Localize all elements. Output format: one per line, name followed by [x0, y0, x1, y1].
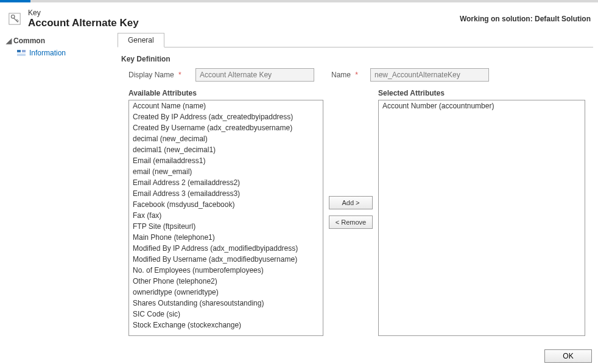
list-item[interactable]: Account Name (name) — [129, 100, 323, 111]
list-item[interactable]: Email Address 3 (emailaddress3) — [129, 188, 323, 199]
list-item[interactable]: Modified By Username (adx_modifiedbyuser… — [129, 254, 323, 265]
working-solution-label: Working on solution: Default Solution — [460, 15, 591, 23]
sidebar: ◢ Common Information — [0, 32, 113, 364]
list-item[interactable]: Stock Exchange (stockexchange) — [129, 320, 323, 331]
required-asterisk-icon: * — [355, 71, 358, 79]
list-item[interactable]: Shares Outstanding (sharesoutstanding) — [129, 298, 323, 309]
selected-attributes-list[interactable]: Account Number (accountnumber) — [378, 100, 585, 336]
available-attributes-title: Available Attributes — [128, 89, 323, 97]
display-name-label-text: Display Name — [128, 71, 174, 79]
required-asterisk-icon: * — [178, 71, 181, 79]
tab-label: General — [128, 36, 154, 44]
list-item[interactable]: Created By Username (adx_createdbyuserna… — [129, 122, 323, 133]
list-item[interactable]: Modified By IP Address (adx_modifiedbyip… — [129, 243, 323, 254]
list-item[interactable]: SIC Code (sic) — [129, 309, 323, 320]
progress-bar — [0, 0, 598, 2]
tab-general[interactable]: General — [118, 33, 164, 47]
list-item[interactable]: Other Phone (telephone2) — [129, 276, 323, 287]
svg-rect-3 — [22, 50, 26, 52]
key-icon — [7, 12, 22, 26]
name-input[interactable] — [370, 68, 489, 82]
list-item[interactable]: Facebook (msdyusd_facebook) — [129, 199, 323, 210]
sidebar-item-label: Information — [29, 49, 66, 57]
remove-button-label: < Remove — [336, 219, 366, 226]
header-subtitle: Key — [28, 9, 460, 17]
sidebar-group-common[interactable]: ◢ Common — [6, 37, 107, 45]
available-attributes-list[interactable]: Account Name (name)Created By IP Address… — [128, 100, 323, 336]
list-item[interactable]: Created By IP Address (adx_createdbyipad… — [129, 111, 323, 122]
selected-attributes-title: Selected Attributes — [378, 89, 585, 97]
list-item[interactable]: FTP Site (ftpsiteurl) — [129, 221, 323, 232]
list-item[interactable]: No. of Employees (numberofemployees) — [129, 265, 323, 276]
remove-button[interactable]: < Remove — [329, 215, 373, 229]
add-button[interactable]: Add > — [329, 196, 373, 209]
sidebar-item-information[interactable]: Information — [6, 47, 107, 58]
name-label-text: Name — [331, 71, 351, 79]
tabstrip: General — [118, 32, 593, 47]
section-title: Key Definition — [121, 55, 593, 63]
list-item[interactable]: decimal1 (new_decimal1) — [129, 144, 323, 155]
caret-down-icon: ◢ — [6, 37, 11, 45]
list-item[interactable]: Account Number (accountnumber) — [379, 100, 585, 111]
list-item[interactable]: Email (emailaddress1) — [129, 155, 323, 166]
list-item[interactable]: Fax (fax) — [129, 210, 323, 221]
form-icon — [17, 49, 26, 57]
header-title: Account Alternate Key — [28, 17, 460, 29]
sidebar-group-label: Common — [13, 37, 45, 45]
add-button-label: Add > — [342, 199, 359, 206]
progress-fill — [0, 0, 30, 2]
ok-button-label: OK — [563, 352, 573, 360]
list-item[interactable]: owneridtype (owneridtype) — [129, 287, 323, 298]
header: Key Account Alternate Key Working on sol… — [0, 2, 598, 32]
list-item[interactable]: decimal (new_decimal) — [129, 133, 323, 144]
list-item[interactable]: Main Phone (telephone1) — [129, 232, 323, 243]
svg-rect-4 — [17, 54, 26, 56]
list-item[interactable]: Email Address 2 (emailaddress2) — [129, 177, 323, 188]
display-name-label: Display Name * — [128, 71, 195, 79]
list-item[interactable]: email (new_email) — [129, 166, 323, 177]
name-label: Name * — [331, 71, 368, 79]
ok-button[interactable]: OK — [544, 349, 592, 363]
svg-rect-2 — [17, 50, 21, 52]
content-panel: General Key Definition Display Name * Na… — [113, 32, 598, 364]
display-name-input[interactable] — [195, 68, 314, 82]
